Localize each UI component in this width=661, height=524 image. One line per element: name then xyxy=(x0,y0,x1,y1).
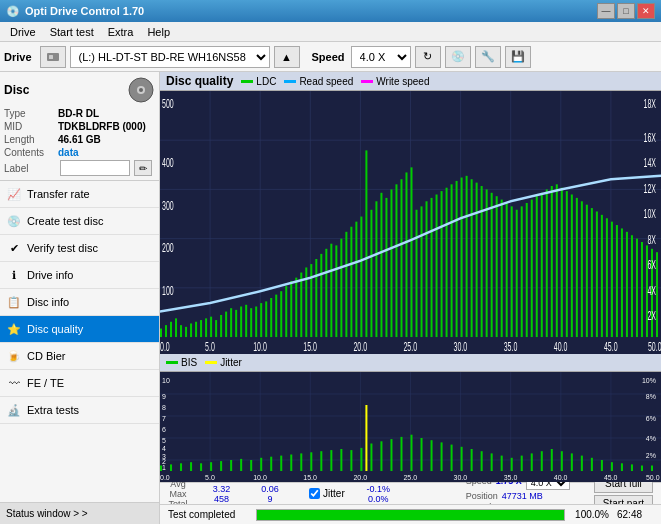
fe-te-icon: 〰 xyxy=(6,375,22,391)
bis-legend-dot xyxy=(166,361,178,364)
svg-rect-102 xyxy=(581,201,583,337)
sidebar-item-disc-quality[interactable]: ⭐ Disc quality xyxy=(0,316,159,343)
status-window-label: Status window > > xyxy=(6,508,88,519)
svg-rect-182 xyxy=(411,435,413,471)
ldc-legend-dot xyxy=(241,80,253,83)
menu-start-test[interactable]: Start test xyxy=(44,25,100,39)
svg-rect-54 xyxy=(340,239,342,337)
sidebar-item-create-test-disc[interactable]: 💿 Create test disc xyxy=(0,208,159,235)
app-title: Opti Drive Control 1.70 xyxy=(25,5,144,17)
svg-text:35.0: 35.0 xyxy=(504,472,518,481)
bis-chart-header: BIS Jitter xyxy=(160,354,661,372)
sidebar-item-extra-tests[interactable]: 🔬 Extra tests xyxy=(0,397,159,424)
sidebar-item-disc-info[interactable]: 📋 Disc info xyxy=(0,289,159,316)
jitter-legend: Jitter xyxy=(205,357,242,368)
svg-rect-93 xyxy=(536,196,538,337)
maximize-button[interactable]: □ xyxy=(617,3,635,19)
mid-value: TDKBLDRFB (000) xyxy=(58,121,146,132)
svg-text:20.0: 20.0 xyxy=(353,340,367,353)
svg-rect-160 xyxy=(200,463,202,471)
progress-row: Test completed 100.0% 62:48 xyxy=(160,504,661,524)
extra-tests-icon: 🔬 xyxy=(6,402,22,418)
svg-text:15.0: 15.0 xyxy=(303,472,317,481)
svg-rect-51 xyxy=(325,249,327,337)
speed-select[interactable]: 4.0 X xyxy=(351,46,411,68)
cd-bier-icon: 🍺 xyxy=(6,348,22,364)
status-window-button[interactable]: Status window > > xyxy=(0,502,159,524)
svg-rect-166 xyxy=(260,458,262,471)
sidebar-item-drive-info[interactable]: ℹ Drive info xyxy=(0,262,159,289)
verify-test-disc-label: Verify test disc xyxy=(27,242,98,254)
svg-text:14X: 14X xyxy=(644,156,657,169)
disc-button[interactable]: 💿 xyxy=(445,46,471,68)
chart-title: Disc quality xyxy=(166,74,233,88)
svg-text:30.0: 30.0 xyxy=(454,340,468,353)
progress-bar-inner xyxy=(257,510,564,520)
svg-text:5.0: 5.0 xyxy=(205,340,215,353)
speed-label: Speed xyxy=(312,51,345,63)
svg-rect-104 xyxy=(591,208,593,337)
disc-label-row: Label ✏ xyxy=(4,160,155,176)
svg-rect-70 xyxy=(421,206,423,337)
svg-text:6%: 6% xyxy=(646,414,657,423)
svg-rect-194 xyxy=(531,453,533,471)
jitter-checkbox[interactable] xyxy=(309,488,320,499)
disc-mid-row: MID TDKBLDRFB (000) xyxy=(4,121,155,132)
svg-rect-206 xyxy=(651,466,653,472)
svg-rect-80 xyxy=(471,179,473,337)
bis-legend-label: BIS xyxy=(181,357,197,368)
svg-rect-24 xyxy=(190,323,192,337)
jitter-label: Jitter xyxy=(323,488,345,499)
jitter-legend-dot xyxy=(205,361,217,364)
svg-rect-191 xyxy=(501,456,503,471)
svg-rect-190 xyxy=(491,453,493,471)
svg-text:10.0: 10.0 xyxy=(253,472,267,481)
close-button[interactable]: ✕ xyxy=(637,3,655,19)
svg-rect-77 xyxy=(456,181,458,337)
max-label: Max xyxy=(169,489,186,499)
save-button[interactable]: 💾 xyxy=(505,46,531,68)
disc-title: Disc xyxy=(4,83,29,97)
svg-text:12X: 12X xyxy=(644,182,657,195)
bis-avg: 0.06 xyxy=(261,484,279,494)
sidebar-item-fe-te[interactable]: 〰 FE / TE xyxy=(0,370,159,397)
svg-text:9: 9 xyxy=(162,392,166,401)
svg-rect-163 xyxy=(230,460,232,471)
svg-rect-59 xyxy=(365,150,367,337)
sidebar-item-cd-bier[interactable]: 🍺 CD Bier xyxy=(0,343,159,370)
refresh-button[interactable]: ↻ xyxy=(415,46,441,68)
sidebar-item-verify-test-disc[interactable]: ✔ Verify test disc xyxy=(0,235,159,262)
svg-rect-184 xyxy=(431,440,433,471)
svg-rect-97 xyxy=(556,184,558,337)
svg-rect-85 xyxy=(496,196,498,337)
drive-select[interactable]: (L:) HL-DT-ST BD-RE WH16NS58 TST4 xyxy=(70,46,270,68)
menu-drive[interactable]: Drive xyxy=(4,25,42,39)
label-input[interactable] xyxy=(60,160,130,176)
menu-help[interactable]: Help xyxy=(141,25,176,39)
create-test-disc-icon: 💿 xyxy=(6,213,22,229)
svg-rect-72 xyxy=(431,198,433,337)
position-value: 47731 MB xyxy=(502,491,543,501)
svg-text:50.0 GB: 50.0 GB xyxy=(646,472,661,481)
svg-rect-71 xyxy=(426,201,428,337)
minimize-button[interactable]: — xyxy=(597,3,615,19)
svg-text:10.0: 10.0 xyxy=(253,340,267,353)
svg-rect-203 xyxy=(621,463,623,471)
svg-text:10: 10 xyxy=(162,376,170,385)
eject-button[interactable]: ▲ xyxy=(274,46,300,68)
disc-length-row: Length 46.61 GB xyxy=(4,134,155,145)
read-speed-legend: Read speed xyxy=(284,76,353,87)
svg-rect-91 xyxy=(526,203,528,337)
svg-rect-66 xyxy=(400,179,402,337)
svg-rect-43 xyxy=(285,286,287,337)
menu-extra[interactable]: Extra xyxy=(102,25,140,39)
settings-button[interactable]: 🔧 xyxy=(475,46,501,68)
label-edit-button[interactable]: ✏ xyxy=(134,160,152,176)
svg-rect-79 xyxy=(466,176,468,337)
read-speed-legend-label: Read speed xyxy=(299,76,353,87)
svg-rect-201 xyxy=(601,460,603,471)
svg-rect-82 xyxy=(481,186,483,337)
svg-rect-23 xyxy=(185,327,187,337)
sidebar-item-transfer-rate[interactable]: 📈 Transfer rate xyxy=(0,181,159,208)
svg-rect-158 xyxy=(180,463,182,471)
